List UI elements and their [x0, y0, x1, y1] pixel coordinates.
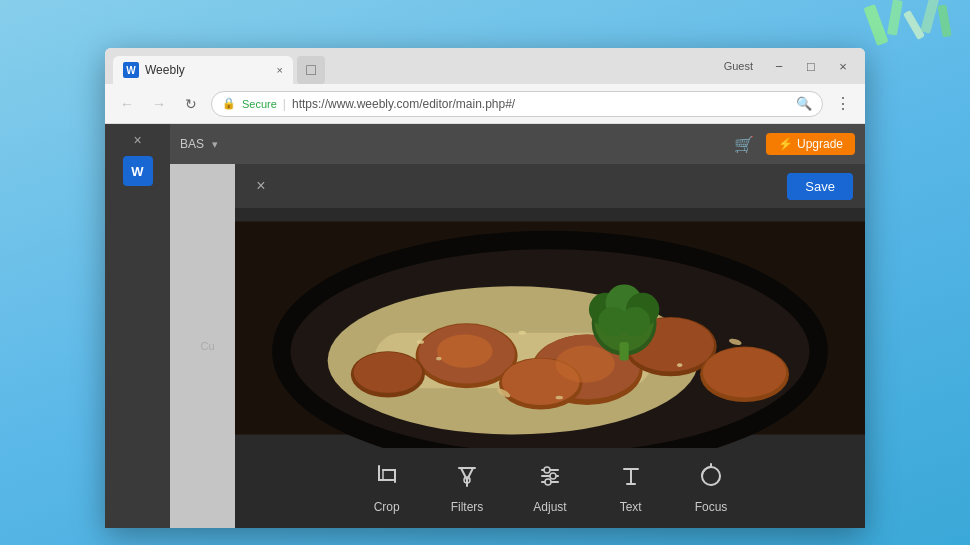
focus-icon — [697, 462, 725, 494]
editor-toolbar: BAS ▾ 🛒 ⚡ Upgrade — [170, 124, 865, 164]
editor-main: BAS ▾ 🛒 ⚡ Upgrade Cu — [170, 124, 865, 528]
svg-rect-2 — [903, 10, 925, 40]
svg-point-17 — [437, 334, 493, 367]
new-tab-button[interactable]: □ — [297, 56, 325, 84]
crop-icon — [373, 462, 401, 494]
browser-menu-button[interactable]: ⋮ — [831, 92, 855, 116]
svg-point-18 — [556, 346, 615, 383]
page-background: Cu Su er 30 — [170, 164, 865, 528]
browser-window: W Weebly × □ Guest − □ × ← → ↻ 🔒 Secure … — [105, 48, 865, 528]
refresh-button[interactable]: ↻ — [179, 92, 203, 116]
sidebar-close-button[interactable]: × — [133, 132, 141, 148]
svg-point-36 — [703, 347, 786, 397]
filters-icon — [453, 462, 481, 494]
svg-point-31 — [677, 363, 683, 367]
modal-header: × Save — [235, 164, 865, 208]
close-button[interactable]: × — [829, 55, 857, 77]
image-editor-modal: × Save — [235, 164, 865, 528]
svg-rect-0 — [864, 4, 889, 46]
tab-area: W Weebly × □ — [113, 48, 724, 84]
toolbar-bas-label: BAS — [180, 137, 204, 151]
svg-point-28 — [436, 357, 442, 361]
tab-title: Weebly — [145, 63, 185, 77]
maximize-button[interactable]: □ — [797, 55, 825, 77]
secure-text: Secure — [242, 98, 277, 110]
svg-point-38 — [354, 352, 423, 393]
svg-point-47 — [550, 473, 556, 479]
page-content: × W BAS ▾ 🛒 ⚡ Upgrade — [105, 124, 865, 528]
food-image — [235, 208, 865, 448]
svg-rect-3 — [920, 0, 939, 34]
upgrade-button[interactable]: ⚡ Upgrade — [766, 133, 855, 155]
svg-point-29 — [519, 331, 526, 335]
tab-close-button[interactable]: × — [277, 64, 283, 76]
browser-tab[interactable]: W Weebly × — [113, 56, 293, 84]
adjust-label: Adjust — [533, 500, 566, 514]
search-icon: 🔍 — [796, 96, 812, 111]
title-bar: W Weebly × □ Guest − □ × — [105, 48, 865, 84]
bottom-toolbar: Crop F — [235, 448, 865, 528]
window-controls: Guest − □ × — [724, 55, 857, 77]
svg-point-25 — [620, 307, 650, 337]
focus-tool[interactable]: Focus — [695, 462, 728, 514]
url-text: https://www.weebly.com/editor/main.php#/ — [292, 97, 515, 111]
svg-rect-1 — [887, 0, 903, 36]
text-label: Text — [620, 500, 642, 514]
filters-tool[interactable]: Filters — [451, 462, 484, 514]
svg-point-48 — [545, 479, 551, 485]
address-bar: ← → ↻ 🔒 Secure | https://www.weebly.com/… — [105, 84, 865, 124]
svg-point-30 — [556, 396, 563, 400]
website-left-panel: Cu — [170, 164, 245, 528]
svg-rect-40 — [383, 470, 395, 480]
upgrade-label: Upgrade — [797, 137, 843, 151]
editor-sidebar: × W — [105, 124, 170, 528]
url-divider: | — [283, 97, 286, 111]
focus-label: Focus — [695, 500, 728, 514]
forward-button[interactable]: → — [147, 92, 171, 116]
text-tool[interactable]: Text — [617, 462, 645, 514]
svg-point-27 — [417, 340, 424, 344]
lock-icon: 🔒 — [222, 97, 236, 110]
image-display-area — [235, 208, 865, 448]
text-icon — [617, 462, 645, 494]
back-button[interactable]: ← — [115, 92, 139, 116]
modal-save-button[interactable]: Save — [787, 173, 853, 200]
minimize-button[interactable]: − — [765, 55, 793, 77]
svg-rect-4 — [937, 4, 951, 37]
toolbar-dropdown-icon[interactable]: ▾ — [212, 138, 218, 151]
svg-point-46 — [544, 467, 550, 473]
svg-rect-26 — [619, 342, 628, 361]
filters-label: Filters — [451, 500, 484, 514]
tab-favicon: W — [123, 62, 139, 78]
website-left-label: Cu — [200, 340, 214, 352]
upgrade-icon: ⚡ — [778, 137, 793, 151]
user-label: Guest — [724, 60, 753, 72]
modal-close-button[interactable]: × — [247, 172, 275, 200]
crop-tool[interactable]: Crop — [373, 462, 401, 514]
crop-label: Crop — [374, 500, 400, 514]
cart-icon[interactable]: 🛒 — [734, 135, 754, 154]
sidebar-logo: W — [123, 156, 153, 186]
url-bar[interactable]: 🔒 Secure | https://www.weebly.com/editor… — [211, 91, 823, 117]
adjust-icon — [536, 462, 564, 494]
adjust-tool[interactable]: Adjust — [533, 462, 566, 514]
